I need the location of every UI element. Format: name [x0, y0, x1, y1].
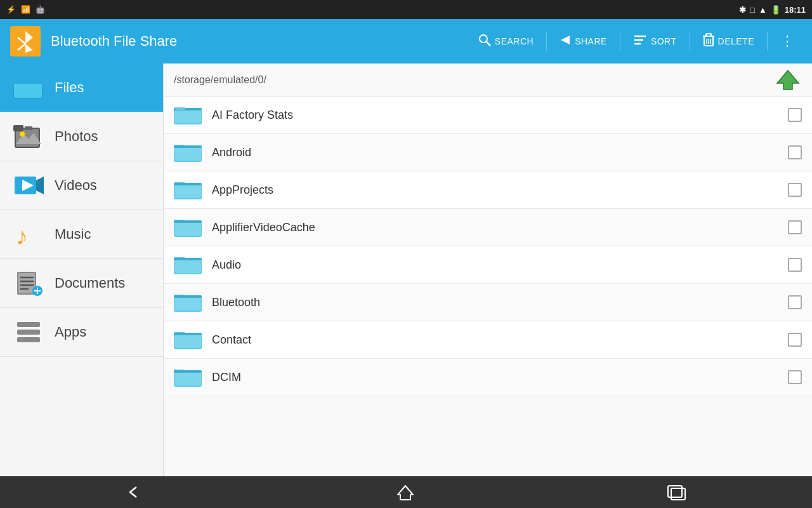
file-name: ApplifierVideoCache — [212, 221, 779, 234]
table-row[interactable]: Audio — [164, 246, 812, 284]
folder-icon — [174, 328, 203, 352]
bottom-nav — [0, 476, 812, 508]
file-checkbox[interactable] — [788, 258, 802, 272]
file-name: Contact — [212, 333, 779, 347]
table-row[interactable]: DCIM — [164, 359, 812, 396]
svg-marker-6 — [561, 36, 570, 44]
sort-icon — [633, 34, 647, 49]
file-name: Audio — [212, 258, 779, 272]
sidebar-label-documents: Documents — [55, 275, 125, 291]
divider-4 — [767, 32, 768, 51]
android-icon: 🤖 — [36, 5, 45, 14]
sidebar-item-photos[interactable]: Photos — [0, 112, 163, 161]
table-row[interactable]: Contact — [164, 321, 812, 359]
folder-icon — [174, 253, 203, 277]
bluetooth-status-icon: ✱ — [739, 5, 746, 15]
sidebar-label-music: Music — [55, 226, 91, 243]
battery-icon: 🔋 — [771, 5, 781, 15]
file-name: Bluetooth — [212, 296, 779, 309]
upload-button[interactable] — [774, 66, 802, 94]
sidebar-label-files: Files — [55, 79, 84, 96]
divider-2 — [620, 32, 620, 51]
home-button[interactable] — [371, 478, 440, 506]
search-label: SEARCH — [495, 36, 534, 46]
recents-button[interactable] — [641, 479, 711, 505]
svg-rect-61 — [174, 222, 201, 236]
file-checkbox[interactable] — [788, 370, 802, 384]
svg-rect-43 — [17, 337, 40, 342]
app-bar: Bluetooth File Share SEARCH SHARE SORT — [0, 19, 812, 64]
svg-rect-81 — [671, 488, 685, 500]
svg-rect-74 — [174, 333, 202, 335]
svg-rect-21 — [13, 81, 43, 84]
svg-line-3 — [18, 44, 25, 50]
svg-marker-79 — [398, 486, 413, 500]
svg-rect-41 — [17, 322, 40, 327]
svg-rect-53 — [174, 147, 201, 161]
sidebar-item-music[interactable]: ♪ Music — [0, 210, 163, 259]
svg-point-25 — [20, 131, 25, 137]
search-icon — [478, 34, 491, 50]
back-button[interactable] — [101, 479, 169, 505]
file-name: AI Factory Stats — [212, 109, 779, 122]
share-icon — [560, 34, 571, 49]
file-name: Android — [212, 146, 779, 159]
delete-button[interactable]: DELETE — [695, 28, 762, 55]
search-button[interactable]: SEARCH — [471, 29, 541, 55]
svg-rect-42 — [17, 330, 40, 335]
folder-icon — [174, 140, 203, 164]
sidebar: Files Photos — [0, 64, 164, 476]
table-row[interactable]: AI Factory Stats — [164, 97, 812, 134]
svg-rect-66 — [174, 258, 202, 260]
app-title: Bluetooth File Share — [51, 33, 461, 50]
usb-icon: ⚡ — [6, 5, 16, 14]
file-checkbox[interactable] — [788, 183, 802, 197]
table-row[interactable]: ApplifierVideoCache — [164, 209, 812, 246]
status-left-icons: ⚡ 📶 🤖 — [6, 5, 45, 14]
file-name: DCIM — [212, 371, 779, 384]
svg-rect-20 — [14, 83, 42, 98]
svg-rect-58 — [174, 183, 202, 185]
table-row[interactable]: Android — [164, 134, 812, 171]
svg-point-4 — [480, 35, 487, 43]
svg-rect-26 — [13, 125, 23, 131]
svg-rect-57 — [174, 184, 201, 198]
share-button[interactable]: SHARE — [552, 29, 615, 54]
divider-3 — [690, 32, 690, 51]
sidebar-label-videos: Videos — [55, 177, 97, 194]
folder-icon — [174, 365, 203, 389]
clock: 18:11 — [785, 5, 806, 15]
sim-icon: □ — [750, 5, 755, 15]
svg-rect-62 — [174, 220, 202, 223]
file-checkbox[interactable] — [788, 333, 802, 347]
file-list: AI Factory Stats Android — [164, 97, 812, 476]
divider-1 — [546, 32, 547, 51]
table-row[interactable]: Bluetooth — [164, 284, 812, 321]
sidebar-item-apps[interactable]: Apps — [0, 308, 163, 357]
delete-label: DELETE — [718, 36, 754, 46]
folder-icon — [174, 178, 203, 202]
table-row[interactable]: AppProjects — [164, 171, 812, 209]
files-icon — [13, 74, 44, 102]
videos-icon — [13, 171, 44, 199]
svg-rect-27 — [25, 126, 32, 130]
status-right-icons: ✱ □ ▲ 🔋 18:11 — [739, 5, 806, 15]
documents-icon — [13, 269, 44, 297]
sidebar-label-photos: Photos — [55, 128, 98, 145]
svg-rect-69 — [174, 297, 201, 311]
bluetooth-logo-icon — [15, 30, 36, 53]
svg-rect-80 — [668, 486, 682, 497]
sort-button[interactable]: SORT — [625, 29, 684, 54]
sidebar-item-files[interactable]: Files — [0, 64, 163, 112]
app-logo — [10, 26, 41, 57]
svg-marker-29 — [36, 177, 44, 194]
file-checkbox[interactable] — [788, 295, 802, 309]
more-button[interactable]: ⋮ — [773, 28, 802, 55]
file-checkbox[interactable] — [788, 220, 802, 234]
file-checkbox[interactable] — [788, 108, 802, 122]
svg-rect-54 — [174, 145, 202, 148]
file-checkbox[interactable] — [788, 145, 802, 159]
wifi-status-icon: ▲ — [759, 5, 767, 15]
sidebar-item-videos[interactable]: Videos — [0, 161, 163, 210]
sidebar-item-documents[interactable]: Documents — [0, 259, 163, 308]
